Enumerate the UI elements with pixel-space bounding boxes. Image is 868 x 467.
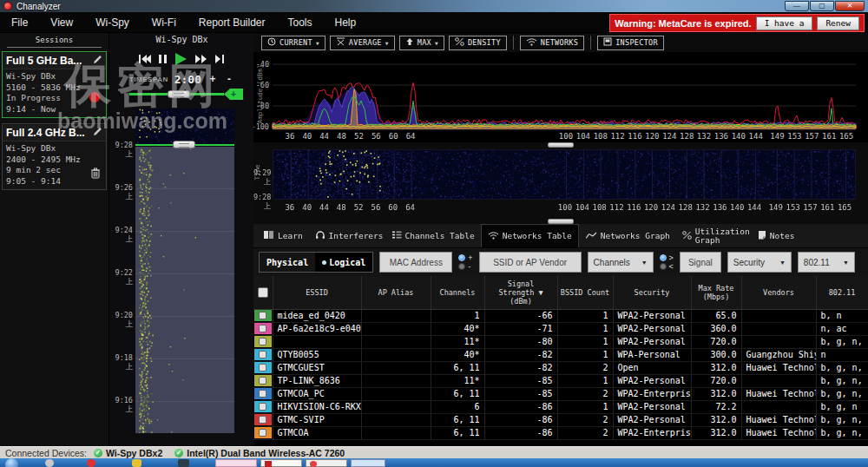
pause-icon[interactable] (159, 54, 167, 64)
column-header-max-rate[interactable]: Max Rate (Mbps) (691, 276, 741, 309)
tab-networks-table[interactable]: Networks Table (481, 224, 579, 247)
taskbar-icon[interactable] (45, 459, 54, 467)
physical-toggle[interactable]: Physical (260, 253, 315, 272)
standard-dropdown[interactable]: 802.11▼ (798, 252, 855, 273)
column-header-bssid-count[interactable]: BSSID Count (557, 276, 613, 309)
table-row[interactable]: 11*-801WPA2-Personal720.0b, g, n, ac (253, 335, 868, 348)
amplitude-chart[interactable]: Amplitude [dBm] -40-60-80-10036404448525… (253, 52, 868, 142)
toolbar-button-density[interactable]: DENSITY (449, 36, 507, 50)
column-header-802-11[interactable]: 802.11 (816, 276, 868, 309)
table-row[interactable]: HIKVISION-C6-RKXT6-861WPA2-Personal72.2b… (253, 400, 868, 413)
row-checkbox[interactable] (259, 325, 266, 332)
menu-wi-spy[interactable]: Wi-Spy (84, 16, 141, 29)
tab-interferers[interactable]: Interferers (309, 224, 385, 247)
timespan-decrease-button[interactable]: - (224, 73, 234, 85)
table-row[interactable]: GTMCOA_PC6, 11-852WPA2-Enterprise312.0Hu… (253, 387, 868, 400)
timespan-increase-button[interactable]: + (207, 73, 218, 85)
renew-button[interactable]: Renew (817, 16, 859, 30)
tab-networks-graph[interactable]: Networks Graph (579, 224, 676, 247)
minimize-button[interactable]: — (785, 1, 809, 11)
channels-dropdown[interactable]: Channels▼ (588, 252, 654, 273)
skip-back-icon[interactable] (139, 54, 151, 64)
waterfall-canvas[interactable] (273, 149, 856, 200)
column-header-security[interactable]: Security (613, 276, 691, 309)
table-row[interactable]: midea_ed_04201-661WPA2-Personal65.0b, n (253, 309, 868, 322)
mac-address-input[interactable]: MAC Address (379, 252, 452, 273)
taskbar-app[interactable] (306, 459, 347, 467)
logical-toggle[interactable]: Logical (315, 253, 372, 272)
greater-radio[interactable] (660, 254, 667, 261)
column-header-essid[interactable]: ESSID (273, 276, 361, 309)
less-radio[interactable] (660, 263, 667, 270)
menu-tools[interactable]: Tools (277, 16, 324, 29)
row-checkbox[interactable] (259, 416, 266, 424)
play-icon[interactable] (174, 52, 187, 66)
waterfall-chart[interactable]: Time 9:29上9:28上 364044485256606410010410… (253, 148, 868, 219)
waterfall-overview-canvas[interactable] (135, 109, 234, 433)
toolbar-button-inspector[interactable]: INSPECTOR (597, 36, 664, 50)
taskbar-icon[interactable] (132, 459, 141, 467)
row-checkbox[interactable] (259, 403, 266, 411)
select-all-header[interactable] (253, 276, 273, 309)
security-dropdown[interactable]: Security▼ (727, 252, 792, 273)
session-card-5ghz[interactable]: Full 5 GHz Ba... Wi-Spy DBx 5160 - 5836 … (2, 51, 107, 118)
taskbar-app[interactable] (260, 459, 302, 467)
table-row[interactable]: TP-LINK_863611*-851WPA2-Personal720.0b, … (253, 374, 868, 387)
table-row[interactable]: GTMCGUEST6, 11-822Open312.0Huawei Techno… (253, 361, 868, 374)
taskbar-app[interactable] (215, 459, 257, 467)
close-button[interactable]: ✕ (835, 1, 865, 11)
row-checkbox[interactable] (259, 390, 266, 398)
maximize-button[interactable]: ▢ (810, 1, 834, 11)
row-checkbox[interactable] (259, 429, 266, 437)
windows-taskbar[interactable] (0, 458, 868, 467)
menu-help[interactable]: Help (324, 16, 368, 29)
include-radio[interactable] (458, 254, 465, 261)
row-checkbox[interactable] (259, 351, 266, 358)
column-header-signal[interactable]: Signal Strength ▼ (dBm) (484, 276, 557, 309)
edit-pencil-icon[interactable] (93, 127, 102, 139)
spectrum-plot[interactable]: -40-60-80-100364044485256606410010410811… (253, 52, 868, 142)
toolbar-button-networks[interactable]: NETWORKS (520, 36, 584, 50)
row-checkbox[interactable] (259, 364, 266, 372)
taskbar-app[interactable] (351, 459, 385, 467)
start-orb[interactable] (5, 458, 18, 467)
exclude-radio[interactable] (458, 263, 465, 270)
session-waterfall-overview[interactable]: 9:28上9:26上9:24上9:22上9:20上9:18上9:16上 Full… (110, 109, 253, 434)
title-bar[interactable]: Chanalyzer — ▢ ✕ (0, 0, 868, 12)
zoom-tag[interactable]: + (224, 89, 243, 100)
column-header-vendors[interactable]: Vendors (741, 276, 816, 309)
table-row[interactable]: AP-6a2e18c9-e040-4f40*-711WPA2-Personal3… (253, 322, 868, 335)
edit-pencil-icon[interactable] (93, 55, 102, 67)
menu-view[interactable]: View (39, 16, 84, 29)
table-row[interactable]: GTMC-SVIP6, 11-862WPA2-Personal312.0Huaw… (253, 413, 868, 426)
timespan-slider[interactable]: + (110, 87, 253, 101)
toolbar-button-average[interactable]: AVERAGE▼ (330, 36, 395, 50)
taskbar-icon[interactable] (87, 459, 95, 467)
tab-notes[interactable]: Notes (752, 224, 801, 247)
row-checkbox[interactable] (259, 338, 266, 345)
row-checkbox[interactable] (259, 312, 266, 319)
delete-trash-icon[interactable] (90, 167, 101, 182)
checkbox-icon[interactable] (258, 287, 268, 298)
signal-input[interactable]: Signal (680, 252, 721, 273)
table-row[interactable]: GTMCOA6, 11-862WPA2-Enterprise312.0Huawe… (253, 426, 868, 439)
menu-wi-fi[interactable]: Wi-Fi (141, 16, 187, 29)
tab-learn[interactable]: Learn (257, 224, 309, 247)
menu-report-builder[interactable]: Report Builder (187, 16, 277, 29)
column-header-channels[interactable]: Channels (431, 276, 484, 309)
toolbar-button-max[interactable]: MAX▼ (399, 36, 444, 50)
skip-end-icon[interactable] (215, 54, 225, 64)
menu-file[interactable]: File (0, 16, 39, 29)
playback-position-handle[interactable] (173, 141, 195, 148)
tab-channels-table[interactable]: Channels Table (385, 224, 481, 247)
row-checkbox[interactable] (259, 377, 266, 385)
fast-forward-icon[interactable] (195, 54, 207, 64)
slider-handle[interactable] (168, 90, 190, 98)
i-have-a-button[interactable]: I have a (756, 16, 813, 30)
toolbar-button-current[interactable]: CURRENT▼ (261, 36, 326, 50)
ssid-vendor-input[interactable]: SSID or AP Vendor (479, 252, 582, 273)
session-card-24ghz[interactable]: Full 2.4 GHz B... Wi-Spy DBx 2400 - 2495… (2, 123, 107, 190)
table-row[interactable]: QTYB005540*-821WPA-Personal300.0Guangzho… (253, 348, 868, 361)
column-header-ap-alias[interactable]: AP Alias (361, 276, 431, 309)
taskbar-icon[interactable] (178, 459, 189, 467)
